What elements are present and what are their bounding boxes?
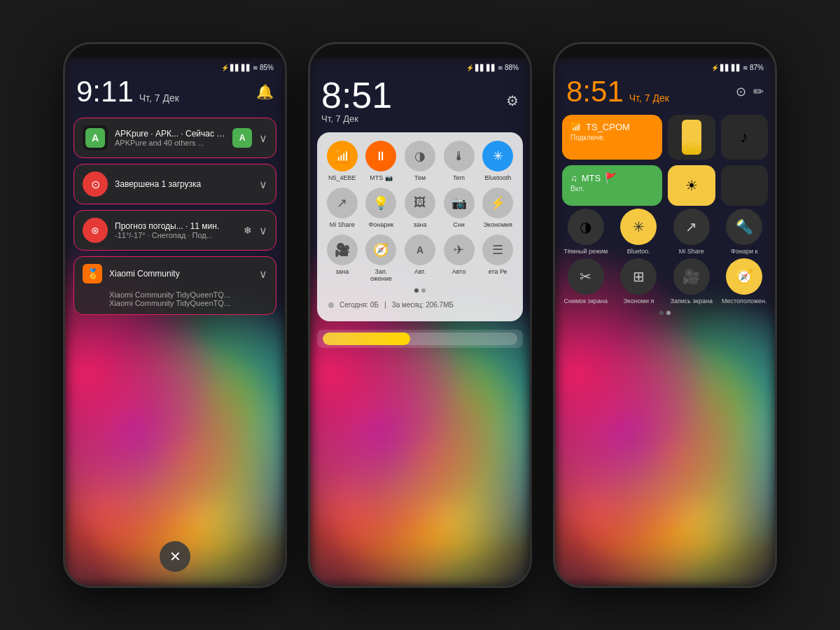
wifi-btn[interactable]: 📶 (327, 141, 358, 172)
quick-mishare[interactable]: ↗ Mi Share (326, 188, 359, 229)
mishare-label: Mi Share (679, 248, 704, 255)
rec-btn[interactable]: 🎥 (327, 234, 358, 265)
phone3: ⚡ ▋▋ ▋▋ ≋ 87% 8:51 Чт, 7 Дек ⊙ ✏ (553, 42, 777, 588)
quick-temp[interactable]: 🌡 Tem (442, 141, 476, 182)
expand-icon3[interactable]: ∨ (259, 224, 267, 237)
phone1: ⚡ ▋▋ ▋▋ ≋ 85% 9:11 Чт, 7 Дек 🔔 (63, 42, 287, 588)
edit-icon[interactable]: ✏ (753, 84, 764, 99)
flashlight-control[interactable]: 🔦 Фонари к (721, 209, 769, 255)
more-btn[interactable]: ☰ (482, 234, 513, 265)
quick-nav[interactable]: 🧭 Зап. ожение (365, 234, 398, 284)
quick-torch[interactable]: 💡 Фонарик (365, 188, 398, 229)
signal2-icon: ▋▋ (241, 64, 251, 71)
notif-xiaomi[interactable]: 🏅 Xiaomi Community ∨ Xiaomi Community Ti… (74, 256, 276, 315)
quick-screen[interactable]: 🖼 зана (403, 188, 437, 229)
screenshot-label: Сни (453, 221, 465, 229)
status-right2: ⚡ ▋▋ ▋▋ ≋ 88% (466, 64, 519, 71)
mts-btn[interactable]: ⏸ (365, 141, 396, 172)
mishare-btn[interactable]: ↗ (673, 209, 710, 245)
quick-economy[interactable]: ⚡ Экономия (481, 188, 514, 229)
wifi-label: N5_4EBE (328, 174, 356, 182)
bluetooth-control[interactable]: ✳ Bluetoo. (615, 209, 663, 255)
wifi-tile-name: TS_CPOМ (586, 122, 630, 132)
wifi-tile-sub: Подключе. (570, 134, 654, 141)
dark-btn[interactable]: ◑ (405, 141, 435, 172)
mts-tile-name: MTS (582, 173, 601, 183)
record-control[interactable]: 🎥 Запись экрана (668, 258, 715, 305)
mts-tile[interactable]: ♫ MTS 🚩 Вкл. (562, 165, 662, 206)
quick-rec[interactable]: 🎥 зана (326, 234, 359, 284)
cc-mid-grid: ♫ MTS 🚩 Вкл. ☀ (555, 162, 775, 209)
auto-btn[interactable]: A (405, 234, 435, 265)
screenshot-btn[interactable]: 📷 (444, 188, 475, 218)
bluetooth-btn[interactable]: ✳ (620, 209, 657, 245)
expand-icon4[interactable]: ∨ (259, 267, 267, 281)
header-icons: ⊙ ✏ (736, 84, 764, 99)
signal2-icon3: ▋▋ (732, 64, 741, 71)
bt-btn[interactable]: ✳ (482, 141, 513, 172)
record-ctrl-btn[interactable]: 🎥 (673, 258, 710, 295)
economy-control[interactable]: ⊞ Экономи я (615, 258, 663, 305)
notif-apkpure[interactable]: A APKpure · АРК... · Сейчас 🔔 APKPure an… (74, 118, 276, 158)
quick-more[interactable]: ☰ ета Ре (481, 234, 514, 284)
economy-ctrl-label: Экономи я (623, 298, 654, 305)
mishare-control[interactable]: ↗ Mi Share (668, 209, 715, 255)
settings-icon[interactable]: ⊙ (736, 84, 746, 99)
wifi-icon: ≋ (253, 64, 258, 71)
quick-airplane[interactable]: ✈ Авто (442, 234, 476, 284)
music-tile[interactable]: ♪ (721, 115, 769, 160)
airplane-btn[interactable]: ✈ (444, 234, 475, 265)
notif-weather[interactable]: ⊛ Прогноз погоды... · 11 мин. -11°/-17° … (74, 210, 276, 251)
screen-btn[interactable]: 🖼 (405, 188, 435, 218)
cc-top-grid: 📶 TS_CPOМ Подключе. ♪ (555, 112, 775, 162)
close-button[interactable]: ✕ (160, 541, 190, 572)
gear-icon[interactable]: ⚙ (506, 92, 519, 109)
battery-text: 85% (260, 64, 274, 71)
xiaomi-icon: 🏅 (83, 264, 102, 284)
expand-icon[interactable]: ∨ (259, 132, 267, 145)
phone2: ⚡ ▋▋ ▋▋ ≋ 88% 8:51 Чт, 7 Дек ⚙ (308, 42, 532, 588)
economy-btn[interactable]: ⚡ (482, 188, 513, 218)
screenshot-ctrl-btn[interactable]: ✂ (568, 258, 604, 295)
economy-ctrl-btn[interactable]: ⊞ (620, 258, 657, 295)
notif-download-title: Завершена 1 загрузка (115, 179, 252, 189)
wifi-tile[interactable]: 📶 TS_CPOМ Подключе. (562, 115, 662, 160)
mts-icon-label: ♫ MTS 🚩 (570, 172, 654, 183)
expand-icon2[interactable]: ∨ (259, 178, 267, 191)
quick-mts[interactable]: ⏸ MTS 📷 (365, 141, 398, 182)
location-control[interactable]: 🧭 Местоположен. (721, 258, 769, 305)
torch-btn[interactable]: 💡 (365, 188, 396, 218)
notif-apkpure-title: APKpure · АРК... · Сейчас 🔔 (115, 129, 225, 139)
nav-btn[interactable]: 🧭 (365, 234, 396, 265)
data-sep: | (384, 301, 386, 309)
notifications-list: A APKpure · АРК... · Сейчас 🔔 APKPure an… (65, 112, 285, 321)
notif-download[interactable]: ⊙ Завершена 1 загрузка ∨ (74, 164, 276, 204)
mts-tile-sub: Вкл. (570, 185, 654, 192)
quick-bluetooth[interactable]: ✳ Bluetooth (481, 141, 514, 182)
dark-mode-btn[interactable]: ◑ (568, 209, 604, 245)
brightness-container[interactable] (317, 330, 523, 348)
phone1-notch (147, 44, 203, 58)
quick-screenshot[interactable]: 📷 Сни (442, 188, 476, 229)
flashlight-btn[interactable]: 🔦 (726, 209, 762, 245)
time-display: 9:11 (76, 77, 134, 106)
quick-auto[interactable]: A Авт. (403, 234, 437, 284)
status-bar3: ⚡ ▋▋ ▋▋ ≋ 87% (555, 58, 775, 74)
quick-dark[interactable]: ◑ Тем (403, 141, 437, 182)
sun-tile[interactable]: ☀ (668, 165, 715, 206)
battery-text2: 88% (505, 64, 519, 71)
dark-label: Тем (414, 174, 426, 182)
bt-icon2: ⚡ (466, 64, 474, 71)
location-ctrl-btn[interactable]: 🧭 (726, 258, 762, 295)
phone2-header: 8:51 Чт, 7 Дек ⚙ (310, 74, 530, 130)
signal-icon3: ▋▋ (720, 64, 730, 71)
dark-mode-control[interactable]: ◑ Тёмный режим (562, 209, 610, 255)
signal-icon2: ▋▋ (475, 64, 485, 71)
screenshot-control[interactable]: ✂ Снимок экрана (562, 258, 610, 305)
quick-wifi[interactable]: 📶 N5_4EBE (326, 141, 359, 182)
empty-tile (721, 165, 769, 206)
notif-download-body: Завершена 1 загрузка (115, 179, 252, 189)
temp-btn[interactable]: 🌡 (444, 141, 475, 172)
bell-icon[interactable]: 🔔 (256, 83, 274, 100)
mishare-btn[interactable]: ↗ (327, 188, 358, 218)
